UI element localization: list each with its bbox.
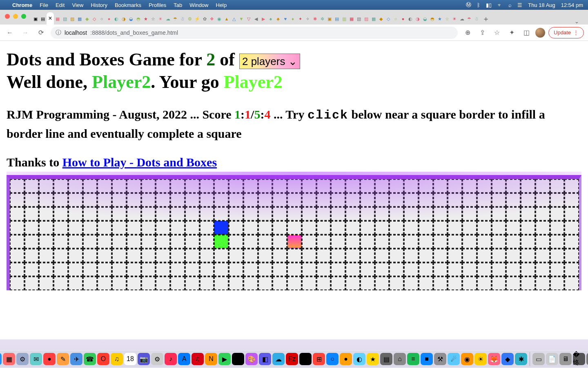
board-cell[interactable] [243, 193, 258, 207]
pinned-tab[interactable]: ◓ [135, 13, 142, 25]
board-cell[interactable] [419, 221, 433, 235]
dock-app-icon[interactable]: tv [232, 353, 244, 365]
pinned-tab[interactable]: ◐ [113, 13, 120, 25]
board-cell[interactable] [258, 249, 273, 263]
board-cell[interactable] [243, 276, 258, 290]
board-cell[interactable] [564, 207, 579, 221]
board-cell[interactable] [331, 276, 345, 290]
board-cell[interactable] [214, 179, 229, 193]
board-cell[interactable] [97, 207, 112, 221]
board-cell[interactable] [462, 249, 477, 263]
board-cell[interactable] [360, 193, 375, 207]
board-cell[interactable] [564, 249, 579, 263]
dock-app-icon[interactable]: 🗑 [586, 353, 588, 365]
board-cell[interactable] [564, 193, 579, 207]
dock-app-icon[interactable]: ■ [421, 353, 433, 365]
extensions-icon[interactable]: ✦ [506, 27, 517, 38]
menu-file[interactable]: File [40, 2, 48, 8]
board-cell[interactable] [521, 263, 535, 276]
board-cell[interactable] [404, 235, 419, 249]
pinned-tab[interactable]: ○ [392, 13, 399, 25]
pinned-tab[interactable]: ◇ [385, 13, 392, 25]
board-cell[interactable] [316, 193, 331, 207]
board-cell[interactable] [97, 221, 112, 235]
board-cell[interactable] [477, 193, 492, 207]
pinned-tab[interactable]: ▨ [69, 13, 76, 25]
board-cell[interactable] [112, 235, 127, 249]
board-cell[interactable] [389, 207, 404, 221]
board-cell[interactable] [477, 235, 492, 249]
board-cell[interactable] [302, 235, 316, 249]
board-cell[interactable] [345, 263, 360, 276]
dock-app-icon[interactable]: 📄 [546, 353, 558, 365]
dock-app-icon[interactable]: ⚙ [151, 353, 163, 365]
board-cell[interactable] [258, 179, 273, 193]
dock-app-icon[interactable]: ☄ [448, 353, 460, 365]
dock-app-icon[interactable]: ☀ [474, 353, 487, 365]
board-cell[interactable] [185, 263, 200, 276]
board-cell[interactable] [331, 179, 345, 193]
board-cell[interactable] [214, 235, 229, 249]
board-cell[interactable] [214, 263, 229, 276]
board-cell[interactable] [462, 276, 477, 290]
board-cell[interactable] [331, 263, 345, 276]
board-cell[interactable] [331, 249, 345, 263]
board-cell[interactable] [462, 193, 477, 207]
board-cell[interactable] [433, 263, 448, 276]
dock-app-icon[interactable]: ♪ [165, 353, 177, 365]
pinned-tab[interactable]: ✿ [201, 13, 208, 25]
board-cell[interactable] [156, 221, 170, 235]
board-cell[interactable] [214, 221, 229, 235]
board-cell[interactable] [316, 179, 331, 193]
board-cell[interactable] [477, 221, 492, 235]
board-cell[interactable] [419, 193, 433, 207]
board-cell[interactable] [83, 221, 98, 235]
board-cell[interactable] [243, 263, 258, 276]
pinned-tab[interactable]: ○ [98, 13, 105, 25]
board-cell[interactable] [550, 221, 565, 235]
pinned-tab[interactable]: ▲ [223, 13, 230, 25]
status-malware-icon[interactable]: Ⓜ [466, 1, 471, 9]
board-cell[interactable] [39, 179, 53, 193]
board-cell[interactable] [302, 221, 316, 235]
board-cell[interactable] [53, 207, 68, 221]
dock-app-icon[interactable]: O [97, 353, 109, 365]
dock-app-icon[interactable]: ☺ [0, 353, 2, 365]
board-cell[interactable] [506, 235, 521, 249]
pinned-tab[interactable]: ◉ [216, 13, 223, 25]
board-cell[interactable] [287, 276, 302, 290]
board-cell[interactable] [170, 179, 185, 193]
board-cell[interactable] [170, 276, 185, 290]
board-cell[interactable] [419, 249, 433, 263]
board-cell[interactable] [419, 207, 433, 221]
pinned-tab[interactable]: ◒ [127, 13, 135, 25]
board-cell[interactable] [24, 249, 39, 263]
board-cell[interactable] [127, 179, 141, 193]
board-cell[interactable] [375, 263, 390, 276]
board-cell[interactable] [185, 221, 200, 235]
status-control-center-icon[interactable]: ☰ [517, 2, 522, 8]
pinned-tab[interactable]: ▽ [245, 13, 252, 25]
board-cell[interactable] [462, 235, 477, 249]
new-tab-button[interactable]: ＋ [480, 13, 492, 25]
bookmark-star-icon[interactable]: ☆ [491, 27, 503, 38]
board-cell[interactable] [345, 276, 360, 290]
board-cell[interactable] [331, 207, 345, 221]
board-cell[interactable] [550, 193, 565, 207]
pinned-tab[interactable]: ◑ [120, 13, 127, 25]
menu-history[interactable]: History [91, 2, 107, 8]
board-cell[interactable] [272, 207, 287, 221]
dock-app-icon[interactable]: ◐ [353, 353, 365, 365]
board-cell[interactable] [521, 207, 535, 221]
board-cell[interactable] [287, 249, 302, 263]
board-cell[interactable] [24, 235, 39, 249]
board-cell[interactable] [302, 207, 316, 221]
board-cell[interactable] [214, 207, 229, 221]
board-cell[interactable] [127, 193, 141, 207]
board-cell[interactable] [389, 193, 404, 207]
pinned-tab[interactable]: ● [105, 13, 113, 25]
pinned-tab[interactable]: ☀ [451, 13, 458, 25]
board-cell[interactable] [375, 276, 390, 290]
board-cell[interactable] [68, 249, 83, 263]
board-cell[interactable] [243, 235, 258, 249]
